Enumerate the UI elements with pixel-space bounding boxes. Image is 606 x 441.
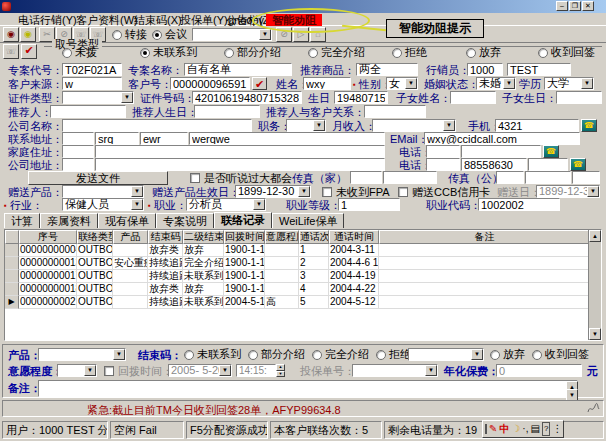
column-header[interactable]: 回拨时间	[224, 230, 265, 244]
entry-product-select[interactable]: ▼	[38, 348, 126, 361]
company-input[interactable]	[62, 119, 252, 132]
dial-office-phone-icon[interactable]: ☎	[570, 158, 586, 171]
row-selector[interactable]	[5, 257, 19, 270]
mobile-input[interactable]	[495, 119, 579, 132]
play-icon[interactable]: ▷	[293, 27, 309, 42]
endcode-option-0[interactable]: 未联系到	[184, 348, 241, 361]
minimize-button[interactable]: –	[556, 1, 568, 11]
column-header[interactable]: 备注	[379, 230, 590, 244]
home-phone-area-input[interactable]	[426, 145, 460, 158]
home-addr-field-0[interactable]	[62, 145, 94, 158]
referrer-input[interactable]	[50, 105, 126, 118]
office-addr-field-0[interactable]	[62, 158, 94, 171]
source-input[interactable]	[62, 77, 122, 90]
transfer-radio[interactable]: 转接	[112, 28, 147, 41]
table-row[interactable]: 00000000018OUTBOUND放弃类放弃1900-1-142004-4-…	[5, 283, 601, 296]
column-header[interactable]: 序号	[19, 230, 77, 244]
office-phone-area-input[interactable]	[426, 158, 460, 171]
fullwidth-moon-icon[interactable]: ☽	[511, 423, 520, 435]
tab-relatives[interactable]: 亲属资料	[40, 213, 98, 228]
child-birth-input[interactable]	[556, 91, 602, 104]
referrer-birth-input[interactable]	[194, 105, 260, 118]
dial-button[interactable]: ◉	[3, 27, 19, 42]
fax-office-area-input[interactable]	[496, 171, 524, 184]
ccb-checkbox[interactable]	[398, 187, 408, 197]
restore-button[interactable]: ❐	[569, 1, 581, 11]
home-phone-input[interactable]	[461, 145, 541, 158]
id-no-input[interactable]	[192, 91, 302, 104]
heard-checkbox[interactable]	[190, 173, 200, 183]
column-header[interactable]: 联络类型	[77, 230, 113, 244]
agent-id-input[interactable]	[467, 63, 503, 76]
selected-row-arrow[interactable]: ▶	[5, 296, 19, 309]
birth-input[interactable]	[334, 91, 388, 104]
endcode-option-3[interactable]: 拒绝	[376, 348, 411, 361]
send-file-button[interactable]: 发送文件	[28, 171, 168, 185]
ime-cn-indicator[interactable]: 中	[499, 423, 509, 435]
project-code-input[interactable]	[62, 63, 122, 76]
product-input[interactable]	[356, 63, 418, 76]
column-header[interactable]: 通话时间	[329, 230, 379, 244]
tab-contact-records[interactable]: 联络记录	[214, 212, 272, 228]
menu-item-telemarketing[interactable]: 电话行销(Y)	[14, 14, 81, 26]
tab-weilife[interactable]: WeiLife保单	[272, 213, 344, 228]
fax-office-input[interactable]	[525, 171, 571, 184]
agent-name-input[interactable]	[507, 63, 571, 76]
ime-logo-icon[interactable]	[485, 424, 487, 434]
scroll-up-icon[interactable]: ▲	[589, 230, 601, 242]
dial-option-1[interactable]: 未联系到	[140, 46, 197, 59]
office-phone-input[interactable]	[461, 158, 527, 171]
column-header[interactable]: 结束码	[148, 230, 183, 244]
tab-calc[interactable]: 计算	[4, 213, 40, 228]
menu-item-gnoopy[interactable]: gnoopy	[224, 14, 268, 26]
endcode-option-2[interactable]: 完全介绍	[312, 348, 369, 361]
tab-existing-policies[interactable]: 现有保单	[98, 213, 156, 228]
endcode-option-1[interactable]: 部分介绍	[248, 348, 305, 361]
remark-input[interactable]	[38, 380, 578, 397]
name-input[interactable]	[303, 77, 351, 90]
verify-check-button[interactable]: ✔	[252, 77, 267, 90]
dial-option-2[interactable]: 部分介绍	[224, 46, 281, 59]
fax-office-ext-input[interactable]	[572, 171, 600, 184]
addr-field-3[interactable]	[189, 132, 385, 145]
premium-input[interactable]	[496, 364, 582, 377]
willing-select[interactable]: ▼	[57, 364, 97, 377]
fax-home-area-input[interactable]	[350, 171, 382, 184]
table-row[interactable]: 00000000013OUTBOUND安心重疾持续追踪完全介绍1900-1-12…	[5, 257, 601, 270]
conference-select[interactable]: ▼	[192, 28, 272, 41]
gift-date-select[interactable]: 1899-12-30▼	[235, 185, 311, 198]
callback-checkbox[interactable]	[104, 366, 114, 376]
speaker-phone-icon[interactable]: ☏	[3, 44, 19, 59]
endcode-option-5[interactable]: 收到回签	[532, 348, 589, 361]
child-name-input[interactable]	[450, 91, 496, 104]
fax-home-input[interactable]	[383, 171, 437, 184]
soft-keyboard-icon[interactable]: ▤	[530, 423, 539, 435]
cancel-icon[interactable]: ⊘	[276, 27, 292, 42]
punctuation-icon[interactable]: ·,	[522, 423, 528, 435]
column-header[interactable]: 二级结束码	[183, 230, 224, 244]
scroll-down-icon[interactable]: ▼	[589, 328, 601, 340]
conference-radio[interactable]: 会议	[152, 28, 187, 41]
dial-option-5[interactable]: 放弃	[466, 46, 501, 59]
help-icon[interactable]: ?	[542, 422, 550, 436]
id-type-select[interactable]: ▼	[62, 91, 134, 104]
office-addr-field-1[interactable]	[95, 158, 385, 171]
dial-option-6[interactable]: 收到回签	[538, 46, 595, 59]
menu-item-alert[interactable]: 智能劝阻	[266, 14, 322, 26]
row-selector[interactable]	[5, 244, 19, 257]
home-icon[interactable]: ⌂	[310, 27, 326, 42]
vertical-scrollbar[interactable]: ▲ ▼	[588, 230, 601, 340]
occ-level-input[interactable]	[338, 198, 400, 211]
gift-select[interactable]: ▼	[62, 185, 144, 198]
gender-select[interactable]: 女▼	[386, 77, 418, 90]
industry-select[interactable]: 保健人员▼	[62, 198, 144, 211]
dial-home-phone-icon[interactable]: ☎	[543, 145, 559, 158]
project-name-input[interactable]	[184, 63, 292, 76]
email-input[interactable]	[424, 132, 580, 145]
column-header[interactable]: 通话次数	[299, 230, 329, 244]
addr-field-0[interactable]	[62, 132, 94, 145]
home-addr-field-1[interactable]	[95, 145, 385, 158]
dial-mobile-icon[interactable]: ☎	[581, 119, 597, 132]
table-row[interactable]: ▶00000000021OUTBOUND持续追踪未联系到2004-5-12 10…	[5, 296, 601, 309]
addr-field-1[interactable]	[95, 132, 139, 145]
